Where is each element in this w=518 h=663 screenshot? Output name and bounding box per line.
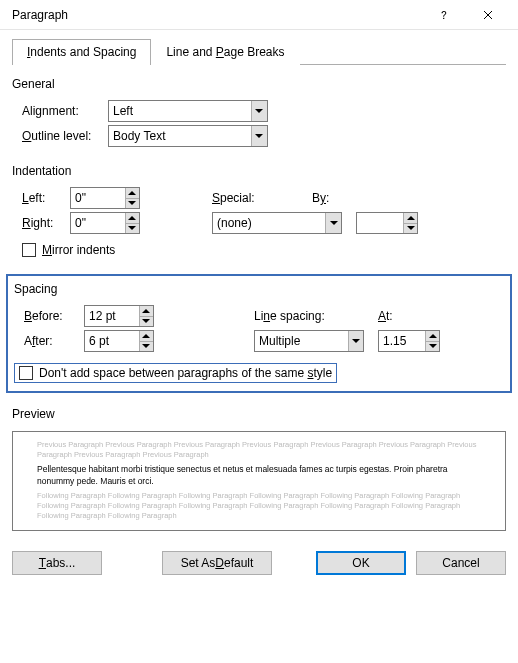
spinner-after[interactable] — [84, 330, 154, 352]
select-alignment[interactable] — [108, 100, 268, 122]
tab-indents-spacing[interactable]: Indents and Spacing — [12, 39, 151, 65]
legend-general: General — [12, 77, 55, 97]
chevron-down-icon[interactable] — [251, 101, 267, 121]
group-preview: Preview Previous Paragraph Previous Para… — [12, 407, 506, 531]
label-after: After: — [24, 334, 84, 348]
window-title: Paragraph — [12, 8, 422, 22]
group-indentation: Indentation Left: Special: By: Right: — [12, 164, 506, 260]
spin-up-icon[interactable] — [140, 306, 153, 316]
spinner-by[interactable] — [356, 212, 418, 234]
spin-down-icon[interactable] — [140, 341, 153, 352]
preview-prev-text: Previous Paragraph Previous Paragraph Pr… — [37, 440, 481, 460]
title-bar: Paragraph — [0, 0, 518, 30]
input-before[interactable] — [85, 306, 139, 326]
checkbox-icon — [22, 243, 36, 257]
select-special[interactable] — [212, 212, 342, 234]
input-at[interactable] — [379, 331, 425, 351]
spinner-before[interactable] — [84, 305, 154, 327]
legend-preview: Preview — [12, 407, 55, 427]
legend-indentation: Indentation — [12, 164, 71, 184]
select-line-spacing-value[interactable] — [255, 331, 348, 351]
spin-up-icon[interactable] — [126, 213, 139, 223]
select-alignment-value[interactable] — [109, 101, 251, 121]
select-outline-value[interactable] — [109, 126, 251, 146]
spin-up-icon[interactable] — [126, 188, 139, 198]
label-dont-add-space: Don't add space between paragraphs of th… — [39, 366, 332, 380]
input-by[interactable] — [357, 213, 403, 233]
spin-up-icon[interactable] — [140, 331, 153, 341]
cancel-button[interactable]: Cancel — [416, 551, 506, 575]
spin-down-icon[interactable] — [426, 341, 439, 352]
group-spacing: Spacing Before: Line spacing: At: After: — [14, 282, 504, 383]
spinner-indent-left[interactable] — [70, 187, 140, 209]
dialog-button-bar: Tabs... Set As Default OK Cancel — [0, 541, 518, 587]
spin-down-icon[interactable] — [126, 223, 139, 234]
select-line-spacing[interactable] — [254, 330, 364, 352]
tab-line-page-breaks[interactable]: Line and Page Breaks — [151, 39, 299, 65]
ok-button[interactable]: OK — [316, 551, 406, 575]
close-button[interactable] — [466, 0, 510, 30]
spinner-at[interactable] — [378, 330, 440, 352]
preview-sample-text: Pellentesque habitant morbi tristique se… — [37, 464, 481, 487]
input-indent-right[interactable] — [71, 213, 125, 233]
chevron-down-icon[interactable] — [325, 213, 341, 233]
checkbox-mirror-indents[interactable]: Mirror indents — [12, 243, 115, 257]
label-by: By: — [302, 191, 334, 205]
label-special: Special: — [212, 191, 302, 205]
preview-next-text: Following Paragraph Following Paragraph … — [37, 491, 481, 521]
preview-box: Previous Paragraph Previous Paragraph Pr… — [12, 431, 506, 531]
input-after[interactable] — [85, 331, 139, 351]
close-icon — [483, 10, 493, 20]
spin-down-icon[interactable] — [126, 198, 139, 209]
label-outline-level: Outline level: — [22, 129, 108, 143]
chevron-down-icon[interactable] — [251, 126, 267, 146]
spacing-highlight-box: Spacing Before: Line spacing: At: After: — [6, 274, 512, 393]
tabs-button[interactable]: Tabs... — [12, 551, 102, 575]
tab-bar: Indents and Spacing Line and Page Breaks — [12, 38, 506, 65]
legend-spacing: Spacing — [14, 282, 57, 302]
select-special-value[interactable] — [213, 213, 325, 233]
input-indent-left[interactable] — [71, 188, 125, 208]
checkbox-dont-add-space[interactable]: Don't add space between paragraphs of th… — [14, 363, 337, 383]
label-alignment: Alignment: — [22, 104, 108, 118]
label-before: Before: — [24, 309, 84, 323]
checkbox-icon — [19, 366, 33, 380]
label-at: At: — [364, 309, 426, 323]
spin-up-icon[interactable] — [426, 331, 439, 341]
spin-up-icon[interactable] — [404, 213, 417, 223]
select-outline-level[interactable] — [108, 125, 268, 147]
help-icon — [439, 10, 449, 20]
spin-down-icon[interactable] — [404, 223, 417, 234]
help-button[interactable] — [422, 0, 466, 30]
spin-down-icon[interactable] — [140, 316, 153, 327]
label-line-spacing: Line spacing: — [254, 309, 364, 323]
group-general: General Alignment: Outline level: — [12, 77, 506, 150]
set-as-default-button[interactable]: Set As Default — [162, 551, 272, 575]
label-indent-left: Left: — [22, 191, 70, 205]
chevron-down-icon[interactable] — [348, 331, 363, 351]
label-mirror-indents: Mirror indents — [42, 243, 115, 257]
spinner-indent-right[interactable] — [70, 212, 140, 234]
label-indent-right: Right: — [22, 216, 70, 230]
